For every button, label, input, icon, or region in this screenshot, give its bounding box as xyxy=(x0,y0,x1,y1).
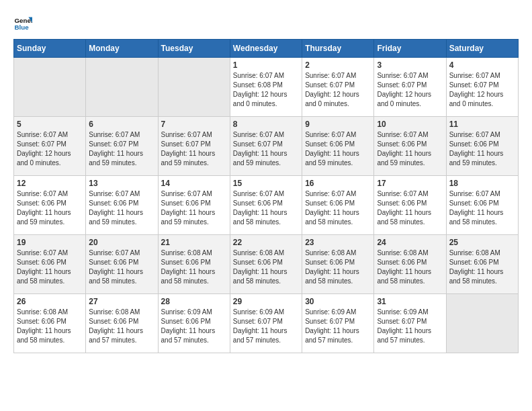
day-number: 11 xyxy=(449,120,515,129)
cell-info: Sunrise: 6:07 AM Sunset: 6:07 PM Dayligh… xyxy=(305,71,371,109)
calendar-cell: 1Sunrise: 6:07 AM Sunset: 6:08 PM Daylig… xyxy=(230,58,302,117)
calendar-week-row: 1Sunrise: 6:07 AM Sunset: 6:08 PM Daylig… xyxy=(14,58,519,117)
day-number: 14 xyxy=(161,179,227,188)
calendar-cell: 18Sunrise: 6:07 AM Sunset: 6:06 PM Dayli… xyxy=(446,176,518,235)
calendar-cell: 21Sunrise: 6:08 AM Sunset: 6:06 PM Dayli… xyxy=(158,235,230,294)
calendar-cell: 4Sunrise: 6:07 AM Sunset: 6:07 PM Daylig… xyxy=(446,58,518,117)
day-number: 22 xyxy=(233,238,299,247)
calendar-cell: 31Sunrise: 6:09 AM Sunset: 6:07 PM Dayli… xyxy=(374,294,446,353)
calendar-cell: 14Sunrise: 6:07 AM Sunset: 6:06 PM Dayli… xyxy=(158,176,230,235)
logo-icon: General Blue xyxy=(13,13,32,32)
day-number: 2 xyxy=(305,60,371,70)
day-header-friday: Friday xyxy=(374,40,446,58)
header: General Blue xyxy=(13,13,519,32)
cell-info: Sunrise: 6:07 AM Sunset: 6:07 PM Dayligh… xyxy=(89,130,154,168)
day-number: 5 xyxy=(17,120,83,129)
calendar-cell: 7Sunrise: 6:07 AM Sunset: 6:07 PM Daylig… xyxy=(158,117,230,176)
logo: General Blue xyxy=(13,13,35,32)
cell-info: Sunrise: 6:07 AM Sunset: 6:07 PM Dayligh… xyxy=(449,71,515,109)
calendar-cell: 16Sunrise: 6:07 AM Sunset: 6:06 PM Dayli… xyxy=(302,176,374,235)
day-header-tuesday: Tuesday xyxy=(158,40,230,58)
calendar-cell: 5Sunrise: 6:07 AM Sunset: 6:07 PM Daylig… xyxy=(14,117,86,176)
day-number: 6 xyxy=(89,120,154,129)
calendar-cell: 26Sunrise: 6:08 AM Sunset: 6:06 PM Dayli… xyxy=(14,294,86,353)
cell-info: Sunrise: 6:07 AM Sunset: 6:06 PM Dayligh… xyxy=(233,189,299,227)
day-number: 20 xyxy=(89,238,154,247)
cell-info: Sunrise: 6:09 AM Sunset: 6:06 PM Dayligh… xyxy=(161,308,227,345)
day-number: 28 xyxy=(161,297,227,306)
calendar-cell: 3Sunrise: 6:07 AM Sunset: 6:07 PM Daylig… xyxy=(374,58,446,117)
day-number: 29 xyxy=(233,297,299,306)
cell-info: Sunrise: 6:07 AM Sunset: 6:07 PM Dayligh… xyxy=(161,130,227,168)
cell-info: Sunrise: 6:07 AM Sunset: 6:06 PM Dayligh… xyxy=(89,189,154,227)
cell-info: Sunrise: 6:07 AM Sunset: 6:07 PM Dayligh… xyxy=(377,71,443,109)
day-number: 27 xyxy=(89,297,154,306)
calendar-cell: 29Sunrise: 6:09 AM Sunset: 6:07 PM Dayli… xyxy=(230,294,302,353)
calendar-cell: 2Sunrise: 6:07 AM Sunset: 6:07 PM Daylig… xyxy=(302,58,374,117)
cell-info: Sunrise: 6:07 AM Sunset: 6:08 PM Dayligh… xyxy=(233,71,299,109)
calendar-cell: 25Sunrise: 6:08 AM Sunset: 6:06 PM Dayli… xyxy=(446,235,518,294)
calendar-cell: 15Sunrise: 6:07 AM Sunset: 6:06 PM Dayli… xyxy=(230,176,302,235)
day-number: 30 xyxy=(305,297,371,306)
cell-info: Sunrise: 6:08 AM Sunset: 6:06 PM Dayligh… xyxy=(305,248,371,286)
calendar-cell: 24Sunrise: 6:08 AM Sunset: 6:06 PM Dayli… xyxy=(374,235,446,294)
calendar-cell: 22Sunrise: 6:08 AM Sunset: 6:06 PM Dayli… xyxy=(230,235,302,294)
day-number: 8 xyxy=(233,120,299,129)
day-number: 19 xyxy=(17,238,83,247)
cell-info: Sunrise: 6:08 AM Sunset: 6:06 PM Dayligh… xyxy=(17,308,83,345)
day-number: 31 xyxy=(377,297,443,306)
day-number: 13 xyxy=(89,179,154,188)
day-number: 24 xyxy=(377,238,443,247)
calendar-week-row: 26Sunrise: 6:08 AM Sunset: 6:06 PM Dayli… xyxy=(14,294,519,353)
day-number: 15 xyxy=(233,179,299,188)
calendar-cell: 23Sunrise: 6:08 AM Sunset: 6:06 PM Dayli… xyxy=(302,235,374,294)
calendar-cell xyxy=(86,58,158,117)
calendar-cell: 20Sunrise: 6:07 AM Sunset: 6:06 PM Dayli… xyxy=(86,235,158,294)
day-header-monday: Monday xyxy=(86,40,158,58)
day-number: 10 xyxy=(377,120,443,129)
cell-info: Sunrise: 6:07 AM Sunset: 6:06 PM Dayligh… xyxy=(377,189,443,227)
cell-info: Sunrise: 6:07 AM Sunset: 6:07 PM Dayligh… xyxy=(233,130,299,168)
calendar-cell: 27Sunrise: 6:08 AM Sunset: 6:06 PM Dayli… xyxy=(86,294,158,353)
day-number: 12 xyxy=(17,179,83,188)
calendar-cell: 30Sunrise: 6:09 AM Sunset: 6:07 PM Dayli… xyxy=(302,294,374,353)
day-number: 17 xyxy=(377,179,443,188)
calendar-cell: 13Sunrise: 6:07 AM Sunset: 6:06 PM Dayli… xyxy=(86,176,158,235)
calendar-cell xyxy=(14,58,86,117)
calendar-cell: 19Sunrise: 6:07 AM Sunset: 6:06 PM Dayli… xyxy=(14,235,86,294)
cell-info: Sunrise: 6:07 AM Sunset: 6:06 PM Dayligh… xyxy=(17,248,83,286)
day-number: 4 xyxy=(449,60,515,70)
day-number: 25 xyxy=(449,238,515,247)
cell-info: Sunrise: 6:09 AM Sunset: 6:07 PM Dayligh… xyxy=(233,308,299,345)
cell-info: Sunrise: 6:08 AM Sunset: 6:06 PM Dayligh… xyxy=(161,248,227,286)
day-number: 3 xyxy=(377,60,443,70)
calendar-cell: 6Sunrise: 6:07 AM Sunset: 6:07 PM Daylig… xyxy=(86,117,158,176)
cell-info: Sunrise: 6:08 AM Sunset: 6:06 PM Dayligh… xyxy=(449,248,515,286)
day-number: 26 xyxy=(17,297,83,306)
calendar-cell: 28Sunrise: 6:09 AM Sunset: 6:06 PM Dayli… xyxy=(158,294,230,353)
cell-info: Sunrise: 6:07 AM Sunset: 6:06 PM Dayligh… xyxy=(449,189,515,227)
cell-info: Sunrise: 6:07 AM Sunset: 6:06 PM Dayligh… xyxy=(449,130,515,168)
cell-info: Sunrise: 6:09 AM Sunset: 6:07 PM Dayligh… xyxy=(305,308,371,345)
cell-info: Sunrise: 6:08 AM Sunset: 6:06 PM Dayligh… xyxy=(377,248,443,286)
cell-info: Sunrise: 6:07 AM Sunset: 6:06 PM Dayligh… xyxy=(305,189,371,227)
cell-info: Sunrise: 6:07 AM Sunset: 6:06 PM Dayligh… xyxy=(89,248,154,286)
calendar-cell: 12Sunrise: 6:07 AM Sunset: 6:06 PM Dayli… xyxy=(14,176,86,235)
cell-info: Sunrise: 6:07 AM Sunset: 6:07 PM Dayligh… xyxy=(17,130,83,168)
calendar-cell: 17Sunrise: 6:07 AM Sunset: 6:06 PM Dayli… xyxy=(374,176,446,235)
day-number: 16 xyxy=(305,179,371,188)
cell-info: Sunrise: 6:07 AM Sunset: 6:06 PM Dayligh… xyxy=(161,189,227,227)
day-header-thursday: Thursday xyxy=(302,40,374,58)
day-header-sunday: Sunday xyxy=(14,40,86,58)
calendar-week-row: 19Sunrise: 6:07 AM Sunset: 6:06 PM Dayli… xyxy=(14,235,519,294)
calendar-week-row: 5Sunrise: 6:07 AM Sunset: 6:07 PM Daylig… xyxy=(14,117,519,176)
calendar-header-row: SundayMondayTuesdayWednesdayThursdayFrid… xyxy=(14,40,519,58)
day-number: 1 xyxy=(233,60,299,70)
cell-info: Sunrise: 6:07 AM Sunset: 6:06 PM Dayligh… xyxy=(305,130,371,168)
calendar-cell: 11Sunrise: 6:07 AM Sunset: 6:06 PM Dayli… xyxy=(446,117,518,176)
svg-text:Blue: Blue xyxy=(14,24,29,31)
cell-info: Sunrise: 6:07 AM Sunset: 6:06 PM Dayligh… xyxy=(377,130,443,168)
cell-info: Sunrise: 6:07 AM Sunset: 6:06 PM Dayligh… xyxy=(17,189,83,227)
cell-info: Sunrise: 6:08 AM Sunset: 6:06 PM Dayligh… xyxy=(89,308,154,345)
calendar-week-row: 12Sunrise: 6:07 AM Sunset: 6:06 PM Dayli… xyxy=(14,176,519,235)
